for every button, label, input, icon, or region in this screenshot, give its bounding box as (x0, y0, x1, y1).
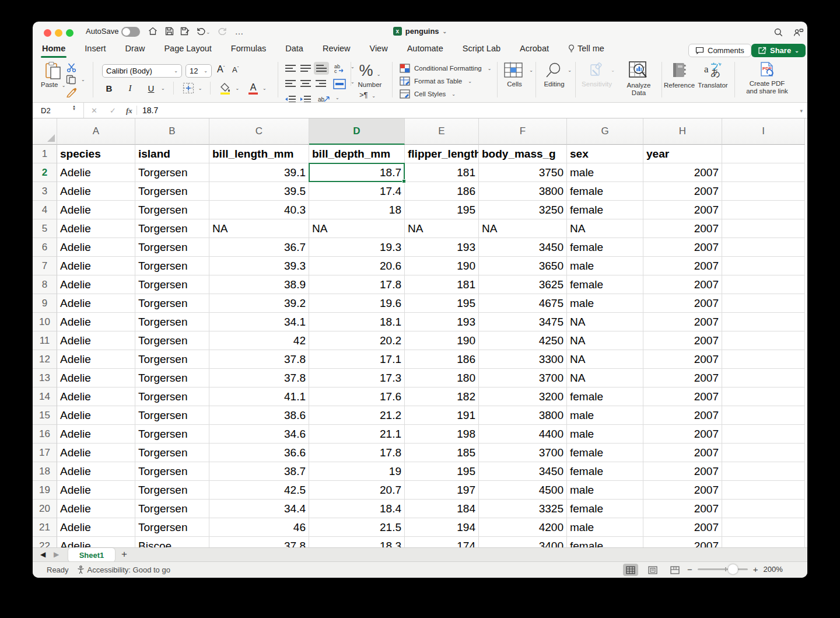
cell-G8[interactable]: female (567, 275, 643, 294)
column-header-i[interactable]: I (722, 118, 805, 145)
cancel-icon[interactable]: ✕ (91, 106, 97, 115)
cell-E7[interactable]: 190 (405, 257, 479, 275)
cell-C11[interactable]: 42 (209, 331, 309, 350)
cell-B6[interactable]: Torgersen (135, 238, 209, 257)
cell-F11[interactable]: 4250 (479, 331, 567, 350)
cell-G1[interactable]: sex (567, 145, 643, 163)
cell-H18[interactable]: 2007 (643, 462, 722, 481)
cell-G12[interactable]: NA (567, 350, 643, 369)
cell-A6[interactable]: Adelie (57, 238, 135, 257)
cell-C9[interactable]: 39.2 (209, 294, 309, 313)
cell-B17[interactable]: Torgersen (135, 444, 209, 462)
formula-bar-expand-icon[interactable]: ▾ (800, 108, 803, 114)
align-top-icon[interactable] (285, 64, 296, 74)
cell-D12[interactable]: 17.1 (309, 350, 405, 369)
cell-D3[interactable]: 17.4 (309, 182, 405, 201)
italic-button[interactable]: I (124, 83, 136, 93)
cell-I17[interactable] (722, 444, 805, 462)
cell-G18[interactable]: female (567, 462, 643, 481)
cell-A19[interactable]: Adelie (57, 481, 135, 500)
zoom-out-button[interactable]: − (687, 564, 692, 574)
cell-E10[interactable]: 193 (405, 313, 479, 331)
cell-F16[interactable]: 4400 (479, 425, 567, 444)
cell-G5[interactable]: NA (567, 219, 643, 238)
create-pdf-button[interactable]: PDF Create PDFand share link (742, 61, 792, 95)
column-header-f[interactable]: F (479, 118, 567, 145)
cell-H3[interactable]: 2007 (643, 182, 722, 201)
row-header-4[interactable]: 4 (33, 201, 57, 219)
cell-E21[interactable]: 194 (405, 518, 479, 537)
cell-E18[interactable]: 195 (405, 462, 479, 481)
cell-D8[interactable]: 17.8 (309, 275, 405, 294)
share-button[interactable]: Share ⌄ (751, 44, 806, 57)
orientation-chevron-icon[interactable]: ⌄ (335, 95, 340, 100)
cell-A10[interactable]: Adelie (57, 313, 135, 331)
title-chevron-icon[interactable]: ⌄ (443, 29, 447, 34)
format-painter-button[interactable] (66, 88, 77, 99)
cell-I7[interactable] (722, 257, 805, 275)
column-header-h[interactable]: H (643, 118, 722, 145)
cell-D15[interactable]: 21.2 (309, 406, 405, 425)
format-as-table-button[interactable]: Format as Table ⌄ (400, 76, 472, 86)
row-header-5[interactable]: 5 (33, 219, 57, 238)
cell-A17[interactable]: Adelie (57, 444, 135, 462)
cell-C1[interactable]: bill_length_mm (209, 145, 309, 163)
cell-G14[interactable]: female (567, 387, 643, 406)
align-center-icon[interactable] (300, 79, 312, 89)
cell-A21[interactable]: Adelie (57, 518, 135, 537)
cut-button[interactable] (66, 63, 77, 74)
sheet-tab-sheet1[interactable]: Sheet1 (68, 548, 115, 562)
cell-C4[interactable]: 40.3 (209, 201, 309, 219)
row-header-21[interactable]: 21 (33, 518, 57, 537)
tab-review[interactable]: Review (321, 41, 352, 58)
cell-B18[interactable]: Torgersen (135, 462, 209, 481)
cell-A3[interactable]: Adelie (57, 182, 135, 201)
cell-F3[interactable]: 3800 (479, 182, 567, 201)
cells-button[interactable]: ⌄ Cells (498, 62, 531, 88)
cell-G9[interactable]: male (567, 294, 643, 313)
cell-I19[interactable] (722, 481, 805, 500)
align-left-icon[interactable] (285, 79, 296, 89)
row-header-1[interactable]: 1 (33, 145, 57, 163)
cell-F10[interactable]: 3475 (479, 313, 567, 331)
cell-G13[interactable]: NA (567, 369, 643, 387)
cell-F22[interactable]: 3400 (479, 537, 567, 547)
column-header-c[interactable]: C (209, 118, 309, 145)
cell-I12[interactable] (722, 350, 805, 369)
cell-F15[interactable]: 3800 (479, 406, 567, 425)
cell-D20[interactable]: 18.4 (309, 500, 405, 518)
analyze-data-button[interactable]: AnalyzeData (621, 61, 657, 97)
cell-B13[interactable]: Torgersen (135, 369, 209, 387)
cell-G15[interactable]: male (567, 406, 643, 425)
cell-A1[interactable]: species (57, 145, 135, 163)
spreadsheet-grid[interactable]: ABCDEFGHI1speciesislandbill_length_mmbil… (33, 118, 807, 547)
cell-H17[interactable]: 2007 (643, 444, 722, 462)
cell-I3[interactable] (722, 182, 805, 201)
underline-button[interactable]: U (145, 83, 158, 93)
cell-D17[interactable]: 17.8 (309, 444, 405, 462)
cell-A13[interactable]: Adelie (57, 369, 135, 387)
cell-G11[interactable]: NA (567, 331, 643, 350)
cell-I16[interactable] (722, 425, 805, 444)
tab-home[interactable]: Home (41, 41, 66, 58)
cell-E22[interactable]: 174 (405, 537, 479, 547)
cell-B4[interactable]: Torgersen (135, 201, 209, 219)
shrink-font-button[interactable]: Aˇ (232, 65, 239, 74)
cell-F12[interactable]: 3300 (479, 350, 567, 369)
zoom-percentage[interactable]: 200% (764, 565, 783, 574)
font-name-select[interactable]: Calibri (Body)⌄ (102, 64, 182, 78)
cell-D22[interactable]: 18.3 (309, 537, 405, 547)
row-header-6[interactable]: 6 (33, 238, 57, 257)
row-header-2[interactable]: 2 (33, 163, 57, 182)
normal-view-button[interactable] (623, 564, 638, 576)
cell-E11[interactable]: 190 (405, 331, 479, 350)
cell-B12[interactable]: Torgersen (135, 350, 209, 369)
page-layout-view-button[interactable] (645, 564, 660, 576)
cell-E17[interactable]: 185 (405, 444, 479, 462)
cell-H10[interactable]: 2007 (643, 313, 722, 331)
cell-C10[interactable]: 34.1 (209, 313, 309, 331)
cell-C14[interactable]: 41.1 (209, 387, 309, 406)
cell-B3[interactable]: Torgersen (135, 182, 209, 201)
cell-E5[interactable]: NA (405, 219, 479, 238)
cell-C15[interactable]: 38.6 (209, 406, 309, 425)
